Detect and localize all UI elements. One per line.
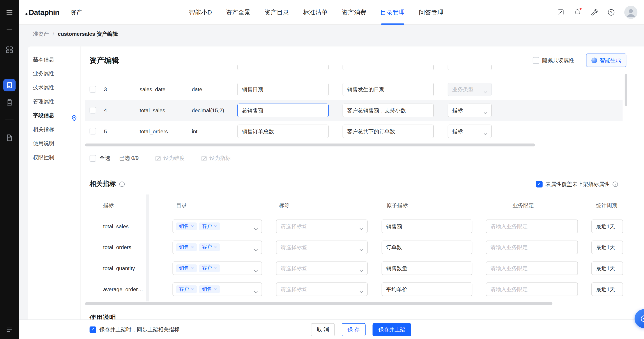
- nav-item-asset-catalog[interactable]: 资产目录: [264, 0, 289, 25]
- clipboard-icon[interactable]: [0, 99, 19, 106]
- stat-period-select[interactable]: 最近1天: [592, 219, 623, 233]
- cancel-button[interactable]: 取 消: [311, 323, 335, 336]
- stat-period-select[interactable]: 最近1天: [592, 262, 623, 275]
- toc-icon[interactable]: [0, 326, 19, 333]
- hide-readonly-toggle[interactable]: 隐藏只读属性: [533, 54, 574, 67]
- catalog-tag-select[interactable]: 销售× 客户×: [172, 240, 262, 254]
- field-role-select[interactable]: 指标: [448, 104, 492, 117]
- atomic-indicator-input[interactable]: [382, 262, 472, 275]
- nav-item-catalog-manage[interactable]: 目录管理: [380, 0, 405, 25]
- tag-chip[interactable]: 销售×: [199, 285, 220, 293]
- field-role-select[interactable]: 指标: [448, 125, 492, 138]
- menu-item-basic-info[interactable]: 基本信息: [28, 53, 80, 67]
- nav-item-asset-consume[interactable]: 资产消费: [342, 0, 366, 25]
- tag-chip[interactable]: 客户×: [199, 222, 220, 230]
- related-indicators-title: 相关指标: [90, 180, 116, 188]
- menu-icon[interactable]: [0, 9, 19, 17]
- field-role-select[interactable]: 业务类型: [448, 83, 492, 96]
- close-icon[interactable]: ×: [191, 265, 194, 271]
- breadcrumb-parent[interactable]: 准资产: [33, 31, 49, 38]
- nav-item-standard-list[interactable]: 标准清单: [303, 0, 328, 25]
- nav-item-asset-overview[interactable]: 资产全景: [226, 0, 250, 25]
- nav-item-smart-d[interactable]: 智能小D: [189, 0, 212, 25]
- menu-item-permission[interactable]: 权限控制: [28, 150, 80, 164]
- atomic-indicator-input[interactable]: [382, 219, 472, 233]
- catalog-tag-select[interactable]: 客户× 销售×: [172, 282, 262, 296]
- override-toggle[interactable]: 表属性覆盖未上架指标属性: [536, 180, 618, 188]
- clipped-input[interactable]: [342, 65, 434, 70]
- menu-item-business-attr[interactable]: 业务属性: [28, 67, 80, 81]
- horizontal-scrollbar[interactable]: [85, 302, 552, 305]
- close-icon[interactable]: ×: [191, 244, 194, 250]
- row-select-checkbox[interactable]: [90, 128, 96, 134]
- wrench-icon[interactable]: [590, 9, 598, 16]
- nav-item-qa-manage[interactable]: 问答管理: [419, 0, 444, 25]
- set-indicator-button[interactable]: 设为指标: [201, 155, 231, 162]
- select-all-label[interactable]: 全选: [100, 155, 110, 162]
- set-dimension-button[interactable]: 设为维度: [155, 155, 185, 162]
- save-button[interactable]: 保 存: [342, 323, 366, 336]
- business-limit-input[interactable]: [486, 219, 578, 233]
- business-limit-input[interactable]: [486, 282, 578, 296]
- tag-chip[interactable]: 销售×: [176, 243, 197, 251]
- field-description-input[interactable]: [342, 83, 434, 96]
- avatar[interactable]: [624, 6, 638, 19]
- select-all-checkbox[interactable]: [90, 155, 96, 162]
- menu-item-tech-attr[interactable]: 技术属性: [28, 81, 80, 95]
- label-select[interactable]: 请选择标签: [276, 240, 368, 254]
- row-select-checkbox[interactable]: [90, 107, 96, 114]
- catalog-tag-select[interactable]: 销售× 客户×: [172, 262, 262, 275]
- close-icon[interactable]: ×: [191, 223, 194, 229]
- label-select[interactable]: 请选择标签: [276, 262, 368, 275]
- atomic-indicator-input[interactable]: [382, 240, 472, 254]
- horizontal-scrollbar[interactable]: [85, 143, 535, 146]
- field-cn-name-input[interactable]: [238, 125, 328, 138]
- rail-item-asset-active[interactable]: [0, 79, 19, 91]
- close-icon[interactable]: ×: [214, 265, 217, 271]
- info-icon[interactable]: [612, 181, 618, 187]
- business-limit-input[interactable]: [486, 262, 578, 275]
- doc-edit-icon[interactable]: [557, 9, 564, 16]
- save-publish-button[interactable]: 保存并上架: [372, 323, 411, 336]
- field-cn-name-input[interactable]: [238, 104, 328, 117]
- ai-generate-button[interactable]: 智能生成: [586, 54, 626, 67]
- menu-item-label: 基本信息: [33, 56, 54, 63]
- field-cn-name-input[interactable]: [238, 83, 328, 96]
- tag-chip[interactable]: 客户×: [199, 264, 220, 272]
- catalog-tag-select[interactable]: 销售× 客户×: [172, 219, 262, 233]
- info-icon[interactable]: [119, 181, 125, 187]
- label-select[interactable]: 请选择标签: [276, 282, 368, 296]
- apps-icon[interactable]: [0, 46, 19, 54]
- tag-chip[interactable]: 销售×: [176, 264, 197, 272]
- menu-item-manage-attr[interactable]: 管理属性: [28, 95, 80, 109]
- sync-publish-toggle[interactable]: 保存并上架时，同步上架相关指标: [90, 320, 180, 339]
- clipped-input[interactable]: [238, 65, 328, 70]
- business-limit-input[interactable]: [486, 240, 578, 254]
- help-icon[interactable]: ?: [608, 9, 615, 16]
- close-icon[interactable]: ×: [191, 286, 194, 292]
- sync-publish-checkbox[interactable]: [90, 326, 96, 333]
- tag-chip[interactable]: 客户×: [199, 243, 220, 251]
- tag-chip[interactable]: 客户×: [176, 285, 197, 293]
- tag-chip[interactable]: 销售×: [176, 222, 197, 230]
- atomic-indicator-input[interactable]: [382, 282, 472, 296]
- close-icon[interactable]: ×: [214, 244, 217, 250]
- bell-icon[interactable]: [574, 9, 581, 16]
- row-select-checkbox[interactable]: [90, 86, 96, 93]
- stat-period-select[interactable]: 最近1天: [592, 240, 623, 254]
- brand-logo[interactable]: Dataphin 资产: [26, 0, 82, 25]
- clipped-select[interactable]: [448, 65, 492, 70]
- stat-period-select[interactable]: 最近1天: [592, 282, 623, 296]
- menu-item-field-info[interactable]: 字段信息: [28, 109, 80, 123]
- field-description-input[interactable]: [342, 125, 434, 138]
- override-checkbox[interactable]: [536, 181, 542, 187]
- file-icon[interactable]: [0, 134, 19, 141]
- menu-item-usage-notes[interactable]: 使用说明: [28, 137, 80, 151]
- close-icon[interactable]: ×: [214, 286, 217, 292]
- menu-item-related-indicators[interactable]: 相关指标: [28, 123, 80, 137]
- field-description-input[interactable]: [342, 104, 434, 117]
- hide-readonly-checkbox[interactable]: [533, 57, 539, 64]
- label-select[interactable]: 请选择标签: [276, 219, 368, 233]
- vertical-scrollbar[interactable]: [625, 74, 627, 106]
- close-icon[interactable]: ×: [214, 223, 217, 229]
